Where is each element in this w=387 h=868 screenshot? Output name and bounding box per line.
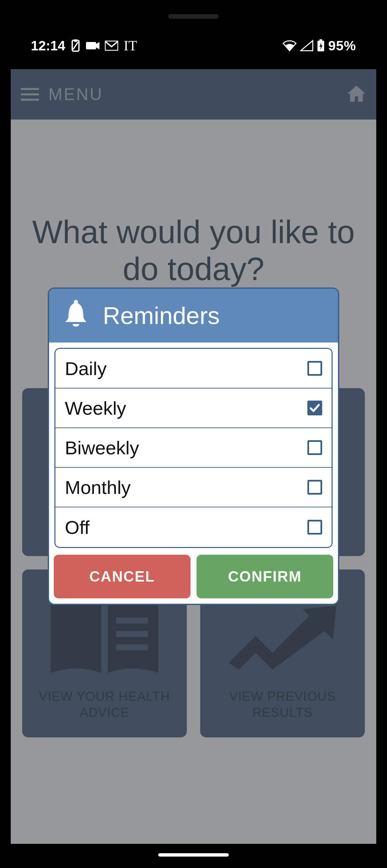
status-bar: 12:14 IT 95% bbox=[11, 22, 376, 69]
battery-percent: 95% bbox=[328, 38, 356, 53]
cancel-button[interactable]: CANCEL bbox=[54, 555, 190, 598]
checkbox-icon[interactable] bbox=[307, 361, 322, 376]
svg-rect-2 bbox=[86, 42, 96, 49]
option-monthly[interactable]: Monthly bbox=[55, 468, 332, 507]
checkbox-icon[interactable] bbox=[307, 401, 322, 415]
battery-icon bbox=[317, 39, 325, 52]
cell-signal-icon bbox=[300, 40, 314, 51]
reminder-options: Daily Weekly Biweekly bbox=[54, 348, 333, 548]
dialog-header: Reminders bbox=[49, 289, 338, 342]
confirm-button[interactable]: CONFIRM bbox=[197, 555, 333, 598]
it-text-icon: IT bbox=[124, 38, 137, 54]
dialog-buttons: CANCEL CONFIRM bbox=[49, 555, 338, 604]
checkbox-icon[interactable] bbox=[307, 520, 322, 534]
clipboard-icon bbox=[70, 39, 81, 52]
gmail-icon bbox=[105, 41, 118, 51]
confirm-button-label: CONFIRM bbox=[228, 568, 302, 585]
option-label: Biweekly bbox=[65, 437, 307, 459]
svg-point-10 bbox=[74, 300, 78, 304]
option-weekly[interactable]: Weekly bbox=[55, 389, 332, 428]
cancel-button-label: CANCEL bbox=[89, 568, 155, 585]
wifi-icon bbox=[282, 40, 297, 51]
svg-marker-3 bbox=[96, 42, 99, 49]
checkbox-icon[interactable] bbox=[307, 480, 322, 495]
nav-gesture-pill[interactable] bbox=[158, 853, 229, 857]
option-label: Monthly bbox=[65, 476, 307, 498]
option-off[interactable]: Off bbox=[55, 507, 332, 547]
dialog-title: Reminders bbox=[103, 302, 220, 330]
app-screen: MENU What would you like to do today? bbox=[11, 69, 376, 844]
svg-rect-6 bbox=[320, 39, 322, 41]
svg-rect-1 bbox=[74, 39, 77, 42]
reminders-dialog: Reminders Daily Weekly Biweekly bbox=[48, 287, 339, 605]
option-label: Weekly bbox=[65, 397, 307, 419]
bell-icon bbox=[62, 300, 89, 332]
option-biweekly[interactable]: Biweekly bbox=[55, 428, 332, 468]
option-label: Daily bbox=[65, 358, 307, 379]
option-daily[interactable]: Daily bbox=[55, 349, 332, 389]
device-frame: 12:14 IT 95% bbox=[4, 3, 383, 864]
option-label: Off bbox=[65, 517, 307, 538]
checkbox-icon[interactable] bbox=[307, 440, 322, 455]
status-time: 12:14 bbox=[31, 38, 65, 53]
speaker-grill bbox=[168, 14, 219, 19]
camera-icon bbox=[86, 41, 99, 51]
